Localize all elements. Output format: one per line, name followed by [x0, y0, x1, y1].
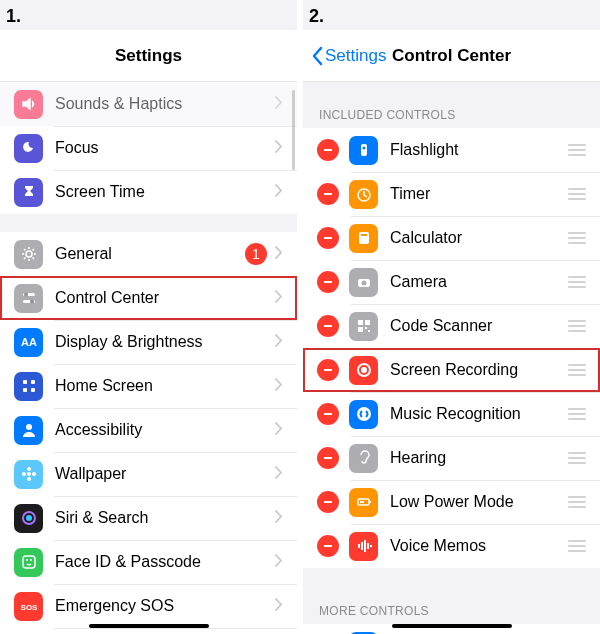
control-row-timer[interactable]: Timer [303, 172, 600, 216]
drag-handle-icon[interactable] [568, 276, 586, 288]
camera-icon [349, 268, 378, 297]
svg-rect-51 [360, 501, 364, 503]
svg-point-13 [27, 477, 31, 481]
remove-button[interactable] [317, 227, 339, 249]
control-center-panel: 2. Settings Control Center INCLUDED CONT… [297, 0, 600, 634]
row-label: Wallpaper [55, 465, 275, 483]
svg-rect-41 [365, 327, 367, 329]
svg-point-36 [361, 281, 366, 286]
remove-button[interactable] [317, 139, 339, 161]
svg-point-47 [357, 407, 371, 421]
chevron-left-icon [311, 46, 323, 66]
svg-point-45 [361, 367, 367, 373]
settings-row-sounds-haptics[interactable]: Sounds & Haptics [0, 82, 297, 126]
chevron-right-icon [275, 95, 283, 113]
svg-rect-29 [324, 193, 332, 195]
svg-rect-39 [365, 320, 370, 325]
row-label: Flashlight [390, 141, 568, 159]
drag-handle-icon[interactable] [568, 144, 586, 156]
calculator-icon [349, 224, 378, 253]
control-row-calculator[interactable]: Calculator [303, 216, 600, 260]
row-label: Timer [390, 185, 568, 203]
row-label: Display & Brightness [55, 333, 275, 351]
drag-handle-icon[interactable] [568, 452, 586, 464]
svg-rect-38 [358, 320, 363, 325]
drag-handle-icon[interactable] [568, 496, 586, 508]
chevron-right-icon [275, 289, 283, 307]
included-controls-group: Flashlight Timer Calculator Camera Code … [303, 128, 600, 568]
control-row-low-power-mode[interactable]: Low Power Mode [303, 480, 600, 524]
remove-button[interactable] [317, 359, 339, 381]
settings-row-emergency-sos[interactable]: SOS Emergency SOS [0, 584, 297, 628]
shazam-icon [349, 400, 378, 429]
svg-point-10 [26, 424, 32, 430]
back-label: Settings [325, 46, 386, 66]
drag-handle-icon[interactable] [568, 188, 586, 200]
settings-row-exposure-notifications[interactable]: Exposure Notifications [0, 628, 297, 634]
remove-button[interactable] [317, 491, 339, 513]
svg-point-4 [30, 300, 34, 304]
moon-icon [14, 134, 43, 163]
svg-point-15 [32, 472, 36, 476]
remove-button[interactable] [317, 535, 339, 557]
settings-row-accessibility[interactable]: Accessibility [0, 408, 297, 452]
control-row-hearing[interactable]: Hearing [303, 436, 600, 480]
settings-row-display-brightness[interactable]: AA Display & Brightness [0, 320, 297, 364]
row-label: Code Scanner [390, 317, 568, 335]
remove-button[interactable] [317, 403, 339, 425]
step-label-1: 1. [6, 6, 21, 27]
svg-rect-7 [31, 380, 35, 384]
svg-point-19 [26, 559, 28, 561]
drag-handle-icon[interactable] [568, 232, 586, 244]
settings-row-screen-time[interactable]: Screen Time [0, 170, 297, 214]
svg-point-11 [27, 472, 31, 476]
person-icon [14, 416, 43, 445]
drag-handle-icon[interactable] [568, 540, 586, 552]
row-label: Face ID & Passcode [55, 553, 275, 571]
control-row-code-scanner[interactable]: Code Scanner [303, 304, 600, 348]
drag-handle-icon[interactable] [568, 320, 586, 332]
svg-rect-32 [359, 232, 369, 244]
settings-row-wallpaper[interactable]: Wallpaper [0, 452, 297, 496]
control-row-screen-recording[interactable]: Screen Recording [303, 348, 600, 392]
svg-rect-53 [324, 545, 332, 547]
svg-rect-37 [324, 325, 332, 327]
svg-text:AA: AA [21, 336, 37, 348]
row-label: Voice Memos [390, 537, 568, 555]
control-row-camera[interactable]: Camera [303, 260, 600, 304]
settings-row-control-center[interactable]: Control Center [0, 276, 297, 320]
drag-handle-icon[interactable] [568, 408, 586, 420]
settings-row-focus[interactable]: Focus [0, 126, 297, 170]
svg-rect-31 [324, 237, 332, 239]
drag-handle-icon[interactable] [568, 364, 586, 376]
step-label-2: 2. [309, 6, 324, 27]
control-row-flashlight[interactable]: Flashlight [303, 128, 600, 172]
qr-icon [349, 312, 378, 341]
row-label: Calculator [390, 229, 568, 247]
settings-row-home-screen[interactable]: Home Screen [0, 364, 297, 408]
voice-icon [349, 532, 378, 561]
svg-point-17 [26, 515, 32, 521]
faceid-icon [14, 548, 43, 577]
home-indicator[interactable] [89, 624, 209, 628]
chevron-right-icon [275, 377, 283, 395]
row-label: Screen Recording [390, 361, 568, 379]
speaker-icon [14, 90, 43, 119]
svg-rect-8 [23, 388, 27, 392]
chevron-right-icon [275, 509, 283, 527]
svg-rect-52 [369, 501, 371, 503]
settings-row-face-id-passcode[interactable]: Face ID & Passcode [0, 540, 297, 584]
scrollbar[interactable] [292, 90, 295, 170]
row-label: Accessibility [55, 421, 275, 439]
back-button[interactable]: Settings [311, 46, 386, 66]
remove-button[interactable] [317, 271, 339, 293]
home-indicator[interactable] [392, 624, 512, 628]
settings-row-general[interactable]: General 1 [0, 232, 297, 276]
control-row-music-recognition[interactable]: Music Recognition [303, 392, 600, 436]
remove-button[interactable] [317, 315, 339, 337]
control-row-voice-memos[interactable]: Voice Memos [303, 524, 600, 568]
settings-row-siri-search[interactable]: Siri & Search [0, 496, 297, 540]
remove-button[interactable] [317, 183, 339, 205]
row-label: Camera [390, 273, 568, 291]
remove-button[interactable] [317, 447, 339, 469]
